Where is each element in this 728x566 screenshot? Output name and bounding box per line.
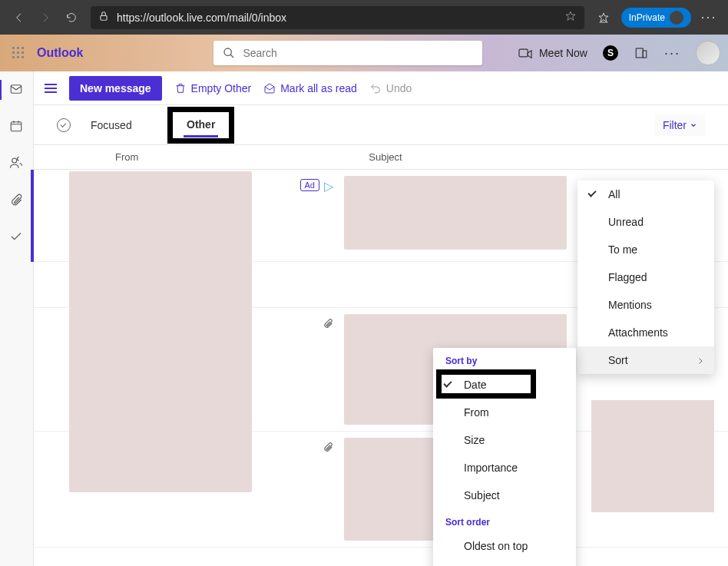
- sort-importance[interactable]: Importance: [433, 454, 576, 482]
- command-bar: New message Empty Other Mark all as read…: [34, 71, 728, 105]
- rail-todo[interactable]: [9, 230, 25, 245]
- tab-focused[interactable]: Focused: [88, 114, 135, 136]
- svg-rect-0: [101, 15, 107, 20]
- redacted-subject: [344, 176, 567, 250]
- chevron-down-icon: [690, 121, 697, 129]
- rail-files[interactable]: [9, 193, 25, 208]
- rail-calendar[interactable]: [9, 119, 25, 134]
- sort-from[interactable]: From: [433, 399, 576, 426]
- column-headers: From Subject: [34, 145, 728, 170]
- sort-newest[interactable]: Newest on top: [433, 560, 576, 566]
- folder-toggle-button[interactable]: [45, 84, 57, 93]
- left-rail: [0, 71, 34, 566]
- mail-open-icon: [263, 82, 276, 94]
- video-icon: [518, 47, 533, 59]
- app-header: Outlook Meet Now S ···: [0, 35, 728, 71]
- brand-label[interactable]: Outlook: [37, 46, 83, 60]
- search-icon: [223, 47, 235, 59]
- forward-button[interactable]: [32, 5, 58, 31]
- column-subject[interactable]: Subject: [369, 151, 402, 163]
- filter-all[interactable]: All: [577, 180, 714, 208]
- filter-menu: All Unread To me Flagged Mentions Attach…: [577, 180, 714, 374]
- filter-mentions[interactable]: Mentions: [577, 291, 714, 319]
- attachment-icon: [323, 317, 333, 329]
- address-bar[interactable]: https://outlook.live.com/mail/0/inbox: [91, 6, 584, 29]
- mark-all-read-button[interactable]: Mark all as read: [263, 82, 357, 94]
- app-launcher-button[interactable]: [5, 39, 32, 67]
- account-avatar[interactable]: [696, 41, 720, 65]
- trash-icon: [174, 82, 187, 94]
- filter-flagged[interactable]: Flagged: [577, 263, 714, 291]
- svg-point-7: [12, 158, 16, 163]
- redacted-preview: [591, 400, 714, 512]
- chevron-right-icon: [696, 356, 705, 368]
- highlight-other: Other: [167, 107, 234, 144]
- redacted-sender: [69, 171, 252, 492]
- svg-rect-6: [11, 122, 22, 131]
- tab-other[interactable]: Other: [184, 114, 218, 137]
- browser-toolbar: https://outlook.live.com/mail/0/inbox In…: [0, 0, 728, 35]
- rail-mail[interactable]: [9, 82, 25, 98]
- search-input[interactable]: [243, 47, 473, 59]
- profile-avatar-icon: [670, 11, 683, 25]
- favorites-button[interactable]: [591, 5, 617, 31]
- meet-now-button[interactable]: Meet Now: [518, 47, 587, 59]
- ad-badge: Ad: [300, 179, 319, 191]
- rail-people[interactable]: [9, 156, 25, 171]
- url-text: https://outlook.live.com/mail/0/inbox: [117, 12, 286, 24]
- filter-unread[interactable]: Unread: [577, 208, 714, 236]
- selection-indicator: [31, 170, 34, 262]
- main-pane: New message Empty Other Mark all as read…: [34, 71, 728, 566]
- search-box[interactable]: [213, 41, 482, 65]
- undo-button[interactable]: Undo: [369, 82, 412, 94]
- svg-rect-4: [643, 51, 647, 58]
- adchoices-icon[interactable]: ▷: [324, 179, 333, 194]
- message-row[interactable]: [34, 548, 728, 566]
- sort-order-header: Sort order: [433, 509, 576, 532]
- sort-size[interactable]: Size: [433, 426, 576, 454]
- new-message-button[interactable]: New message: [69, 76, 162, 101]
- column-from[interactable]: From: [115, 151, 138, 163]
- select-all-checkbox[interactable]: [57, 118, 71, 132]
- waffle-icon: [12, 47, 25, 59]
- skype-icon[interactable]: S: [603, 45, 618, 61]
- filter-attachments[interactable]: Attachments: [577, 319, 714, 346]
- favorite-icon[interactable]: [564, 10, 577, 25]
- back-button[interactable]: [6, 5, 32, 31]
- filter-button[interactable]: Filter: [655, 114, 705, 136]
- header-more-button[interactable]: ···: [664, 45, 680, 61]
- sort-oldest[interactable]: Oldest on top: [433, 532, 576, 560]
- sort-subject[interactable]: Subject: [433, 482, 576, 509]
- svg-rect-2: [519, 49, 528, 57]
- sort-menu: Sort by Date From Size Importance Subjec…: [433, 348, 576, 566]
- svg-point-1: [224, 48, 231, 55]
- empty-other-button[interactable]: Empty Other: [174, 82, 252, 94]
- inprivate-badge[interactable]: InPrivate: [621, 8, 691, 28]
- message-list: Ad ▷ All: [34, 170, 728, 566]
- sort-date[interactable]: Date: [433, 371, 576, 399]
- filter-sort[interactable]: Sort: [577, 346, 714, 374]
- inbox-tabs: Focused Other Filter: [34, 105, 728, 145]
- svg-rect-3: [636, 48, 643, 58]
- lock-icon: [98, 11, 109, 24]
- refresh-button[interactable]: [58, 5, 84, 31]
- browser-more-button[interactable]: ···: [696, 9, 722, 25]
- svg-rect-5: [11, 85, 22, 94]
- my-day-icon[interactable]: [634, 45, 649, 61]
- attachment-icon: [323, 441, 333, 453]
- sort-by-header: Sort by: [433, 348, 576, 371]
- undo-icon: [369, 82, 382, 94]
- filter-to-me[interactable]: To me: [577, 236, 714, 263]
